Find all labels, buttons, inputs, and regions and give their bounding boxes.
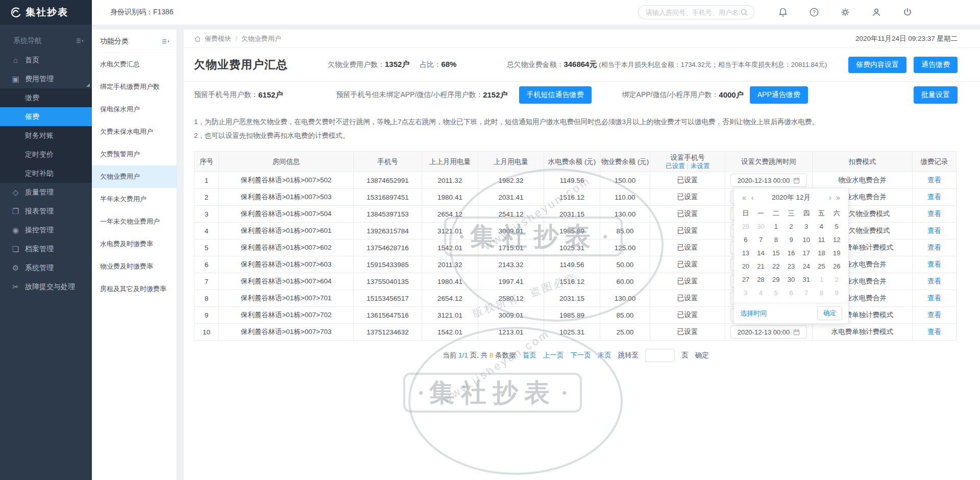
sidebar-item-quality[interactable]: ◇质量管理 [0,183,92,202]
pager-prev[interactable]: 上一页 [543,351,564,360]
next-month-icon[interactable]: › [826,194,834,202]
view-record-link[interactable]: 查看 [927,176,941,184]
day-cell[interactable]: 29 [768,273,783,286]
filter-unset-link[interactable]: 未设置 [691,162,710,170]
sidebar-item-control[interactable]: ◉操控管理 [0,221,92,239]
user-icon[interactable] [871,7,881,17]
pager-jump-input[interactable] [645,349,675,362]
day-cell[interactable]: 30 [753,220,769,233]
sidebar-item-finance-recon[interactable]: 财务对账 [0,126,92,145]
day-cell[interactable]: 17 [799,247,814,260]
bell-icon[interactable] [778,7,788,17]
day-cell[interactable]: 8 [768,233,783,247]
day-cell[interactable]: 9 [783,233,799,247]
func-item-half-year-no-arrears[interactable]: 半年未欠费用户 [92,188,177,210]
day-cell[interactable]: 8 [814,286,829,300]
search-input[interactable] [646,9,740,16]
day-cell[interactable]: 9 [829,286,844,300]
day-cell[interactable]: 23 [783,260,799,273]
app-notice-button[interactable]: APP通告缴费 [750,86,808,104]
day-cell[interactable]: 2 [783,220,799,233]
day-cell[interactable]: 12 [829,233,844,247]
sidebar-item-archive[interactable]: ❏档案管理 [0,239,92,258]
view-record-link[interactable]: 查看 [927,244,941,251]
trip-time-input[interactable]: 2020-12-13 00:00 [730,174,807,187]
sidebar-item-system[interactable]: ⚙系统管理 [0,258,92,277]
func-item-water-elec-arrears[interactable]: 水电欠费汇总 [92,53,177,76]
func-item-one-year-no-arrears[interactable]: 一年未欠物业费用户 [92,210,177,233]
trip-time-input[interactable]: 2020-12-13 00:00 [730,325,807,339]
day-cell[interactable]: 13 [738,247,753,260]
sidebar-item-pay[interactable]: 缴费 [0,88,92,107]
breadcrumb-module[interactable]: 催费模块 [205,34,231,43]
day-cell[interactable]: 15 [768,247,783,260]
day-cell[interactable]: 28 [753,273,769,286]
help-icon[interactable]: ? [809,7,819,17]
filter-set-link[interactable]: 已设置 [666,162,685,170]
view-record-link[interactable]: 查看 [927,328,941,335]
sidebar-item-fault[interactable]: ✂故障提交与处理 [0,277,92,296]
day-cell[interactable]: 1 [768,220,783,233]
func-item-arrears-unprotected[interactable]: 欠费未保水电用户 [92,121,177,143]
view-record-link[interactable]: 查看 [927,260,941,268]
sidebar-item-timed-price[interactable]: 定时变价 [0,145,92,164]
day-cell[interactable]: 10 [799,233,814,247]
func-item-protected-users[interactable]: 保电保水用户 [92,98,177,121]
app-logo[interactable]: 集社抄表 [0,0,92,25]
sidebar-item-collect[interactable]: 催费 [0,107,92,126]
func-item-bound-phone-users[interactable]: 绑定手机缴费用户数 [92,76,177,98]
day-cell[interactable]: 16 [783,247,799,260]
view-record-link[interactable]: 查看 [927,294,941,302]
view-record-link[interactable]: 查看 [927,193,941,201]
datepicker-title[interactable]: 2020年 12月 [756,193,826,202]
settings-gear-icon[interactable] [840,7,850,17]
prev-year-icon[interactable]: « [740,194,748,202]
search-box[interactable] [638,5,754,19]
datepicker-confirm-button[interactable]: 确定 [817,306,842,320]
sidebar-item-timed-subsidy[interactable]: 定时补助 [0,164,92,183]
view-record-link[interactable]: 查看 [927,277,941,285]
day-cell[interactable]: 21 [753,260,769,273]
day-cell[interactable]: 20 [738,260,753,273]
day-cell[interactable]: 5 [768,286,783,300]
collapse-menu-icon[interactable] [76,37,84,45]
pager-next[interactable]: 下一页 [570,351,591,360]
collapse-panel-icon[interactable] [161,37,169,45]
day-cell[interactable]: 27 [738,273,753,286]
day-cell[interactable]: 4 [814,220,829,233]
day-cell[interactable]: 26 [829,260,844,273]
day-cell[interactable]: 18 [814,247,829,260]
sidebar-item-home[interactable]: ⌂ 首页 [0,51,92,69]
day-cell[interactable]: 31 [799,273,814,286]
day-cell[interactable]: 14 [753,247,769,260]
day-cell[interactable]: 22 [768,260,783,273]
day-cell[interactable]: 6 [783,286,799,300]
day-cell[interactable]: 1 [814,273,829,286]
day-cell[interactable]: 30 [783,273,799,286]
view-record-link[interactable]: 查看 [927,227,941,234]
sidebar-item-reports[interactable]: ❐报表管理 [0,202,92,221]
notice-pay-button[interactable]: 通告缴费 [914,57,958,73]
day-cell[interactable]: 4 [753,286,769,300]
pager-first[interactable]: 首页 [523,351,536,360]
day-cell[interactable]: 6 [738,233,753,247]
breadcrumb-home-icon[interactable] [194,35,201,42]
prev-month-icon[interactable]: ‹ [748,194,756,202]
day-cell[interactable]: 3 [738,286,753,300]
search-icon[interactable] [740,8,749,17]
view-record-link[interactable]: 查看 [927,311,941,319]
day-cell[interactable]: 25 [814,260,829,273]
day-cell[interactable]: 7 [799,286,814,300]
day-cell[interactable]: 7 [753,233,769,247]
func-item-arrears-warning[interactable]: 欠费预警用户 [92,143,177,165]
pager-last[interactable]: 末页 [598,351,611,360]
next-year-icon[interactable]: » [834,194,842,202]
power-icon[interactable] [902,7,913,17]
day-cell[interactable]: 11 [814,233,829,247]
collect-content-settings-button[interactable]: 催费内容设置 [848,57,906,73]
pick-time-link[interactable]: 选择时间 [740,309,767,318]
func-item-property-ontime-rate[interactable]: 物业费及时缴费率 [92,255,177,278]
sidebar-item-fee-management[interactable]: ▣ 费用管理 [0,69,92,88]
day-cell[interactable]: 5 [829,220,844,233]
sms-notice-button[interactable]: 手机短信通告缴费 [519,86,592,104]
